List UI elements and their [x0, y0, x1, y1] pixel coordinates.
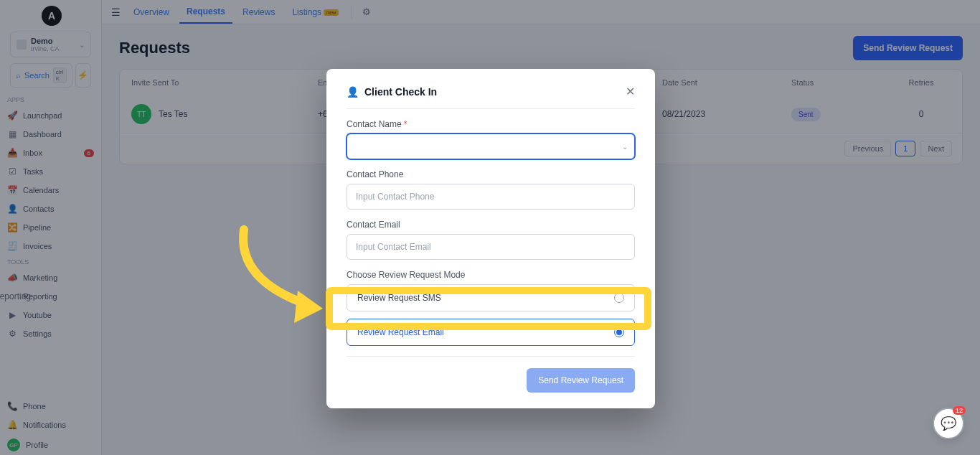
client-check-in-modal: 👤 Client Check In ✕ Contact Name* ⌄ Cont… [326, 69, 655, 408]
contact-name-label: Contact Name* [347, 119, 635, 129]
contact-email-label: Contact Email [347, 220, 635, 230]
chat-badge: 12 [953, 406, 966, 415]
option-email-label: Review Request Email [357, 327, 444, 337]
contact-name-input[interactable] [347, 133, 635, 159]
chat-fab[interactable]: 💬 12 [933, 408, 964, 439]
radio-icon [614, 293, 624, 303]
contact-email-input[interactable] [347, 234, 635, 260]
close-button[interactable]: ✕ [626, 85, 635, 98]
user-icon: 👤 [347, 86, 359, 98]
mode-label: Choose Review Request Mode [347, 270, 635, 280]
option-sms[interactable]: Review Request SMS [347, 284, 635, 311]
contact-phone-input[interactable] [347, 184, 635, 210]
option-sms-label: Review Request SMS [357, 293, 441, 303]
contact-phone-label: Contact Phone [347, 169, 635, 179]
radio-icon [614, 327, 624, 337]
chat-icon: 💬 [941, 416, 956, 431]
modal-title: Client Check In [364, 86, 437, 98]
modal-send-button[interactable]: Send Review Request [527, 368, 635, 393]
option-email[interactable]: Review Request Email [347, 319, 635, 346]
